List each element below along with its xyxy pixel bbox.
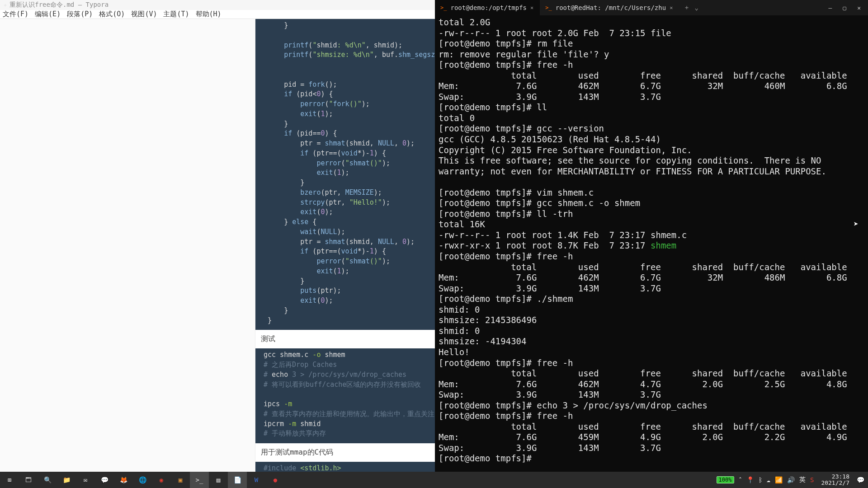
typora-window: ✧ 重新认识free命令.md – Typora 文件(F) 编辑(E) 段落(… — [0, 0, 435, 472]
code-block-shmem[interactable]: } printf("shmid: %d\n", shmid); printf("… — [255, 19, 435, 330]
tray-location-icon[interactable]: 📍 — [746, 476, 754, 483]
menu-theme[interactable]: 主题(T) — [163, 10, 189, 19]
terminal-tabbar[interactable]: >_ root@demo:/opt/tmpfs ✕ >_ root@RedHat… — [435, 0, 868, 15]
typora-menubar[interactable]: 文件(F) 编辑(E) 段落(P) 格式(O) 视图(V) 主题(T) 帮助(H… — [0, 10, 435, 19]
app-button-record[interactable]: ● — [266, 472, 285, 488]
menu-para[interactable]: 段落(P) — [67, 10, 93, 19]
tray-ime-icon[interactable]: S — [810, 476, 814, 483]
tray-cloud-icon[interactable]: ☁ — [767, 476, 770, 483]
clock[interactable]: 23:18 2021/2/7 — [818, 474, 852, 487]
start-button[interactable]: ⊞ — [0, 472, 19, 488]
close-icon[interactable]: ✕ — [670, 5, 673, 11]
close-button[interactable]: ✕ — [857, 5, 861, 11]
terminal-body[interactable]: total 2.0G -rw-r--r-- 1 root root 2.0G F… — [435, 15, 868, 472]
terminal-window: >_ root@demo:/opt/tmpfs ✕ >_ root@RedHat… — [435, 0, 868, 472]
tray-bluetooth-icon[interactable]: ᛒ — [759, 476, 762, 483]
tray-volume-icon[interactable]: 🔊 — [787, 476, 795, 483]
typora-app-icon: ✧ — [4, 2, 7, 8]
taskview-button[interactable]: 🗔 — [19, 472, 38, 488]
minimize-button[interactable]: ― — [829, 5, 832, 11]
typora-title-text: 重新认识free命令.md – Typora — [9, 1, 108, 9]
powershell-icon: >_ — [440, 5, 447, 11]
app-button-generic1[interactable]: ◉ — [152, 472, 171, 488]
code-block-shell[interactable]: gcc shmem.c -o shmem # 之后再Drop Caches # … — [255, 348, 435, 443]
maximize-button[interactable]: ▢ — [843, 5, 846, 11]
file-explorer-button[interactable]: 📁 — [57, 472, 76, 488]
menu-help[interactable]: 帮助(H) — [196, 10, 222, 19]
typora-titlebar[interactable]: ✧ 重新认识free命令.md – Typora — [0, 0, 435, 10]
app-button-typora-taskbar[interactable]: 📄 — [228, 472, 247, 488]
tray-ime-lang[interactable]: 英 — [799, 476, 806, 484]
app-button-word[interactable]: W — [247, 472, 266, 488]
windows-taskbar[interactable]: ⊞ 🗔 🔍 📁 ✉ 💬 🦊 🌐 ◉ ▣ >_ ▤ 📄 W ● 100% ˄ 📍 … — [0, 472, 868, 488]
app-button-wechat[interactable]: 💬 — [95, 472, 114, 488]
typora-sidebar[interactable] — [0, 19, 255, 488]
app-button-edge[interactable]: 🌐 — [133, 472, 152, 488]
tray-chevron-icon[interactable]: ˄ — [739, 476, 742, 483]
terminal-tab-1-label: root@demo:/opt/tmpfs — [450, 4, 527, 11]
heading-test: 测试 — [255, 330, 435, 348]
close-icon[interactable]: ✕ — [530, 5, 533, 11]
dropdown-icon[interactable]: ⌄ — [694, 4, 698, 11]
clock-date: 2021/2/7 — [821, 480, 849, 486]
app-button-generic2[interactable]: ▣ — [171, 472, 190, 488]
app-button-firefox[interactable]: 🦊 — [114, 472, 133, 488]
menu-edit[interactable]: 编辑(E) — [35, 10, 61, 19]
tray-network-icon[interactable]: 📶 — [775, 476, 783, 483]
heading-mmap: 用于测试mmap的C代码 — [255, 443, 435, 462]
powershell-icon: >_ — [545, 5, 552, 11]
menu-format[interactable]: 格式(O) — [99, 10, 125, 19]
new-tab-button[interactable]: ＋ — [684, 4, 690, 12]
menu-view[interactable]: 视图(V) — [131, 10, 157, 19]
menu-file[interactable]: 文件(F) — [3, 10, 28, 19]
battery-indicator[interactable]: 100% — [717, 476, 734, 483]
system-tray[interactable]: 100% ˄ 📍 ᛒ ☁ 📶 🔊 英 S 23:18 2021/2/7 💬 — [717, 474, 868, 487]
search-button[interactable]: 🔍 — [38, 472, 57, 488]
clock-time: 23:18 — [821, 474, 849, 480]
notifications-icon[interactable]: 💬 — [857, 476, 864, 483]
terminal-tab-2-label: root@RedHat: /mnt/c/Users/zhu — [556, 4, 666, 11]
app-button-terminal-taskbar[interactable]: >_ — [190, 472, 209, 488]
typora-editor[interactable]: } printf("shmid: %d\n", shmid); printf("… — [255, 19, 435, 488]
typora-content: } printf("shmid: %d\n", shmid); printf("… — [0, 19, 435, 488]
terminal-tab-2[interactable]: >_ root@RedHat: /mnt/c/Users/zhu ✕ — [540, 0, 679, 15]
terminal-tab-1[interactable]: >_ root@demo:/opt/tmpfs ✕ — [435, 0, 540, 15]
app-button-generic3[interactable]: ▤ — [209, 472, 228, 488]
app-button-mail[interactable]: ✉ — [76, 472, 95, 488]
